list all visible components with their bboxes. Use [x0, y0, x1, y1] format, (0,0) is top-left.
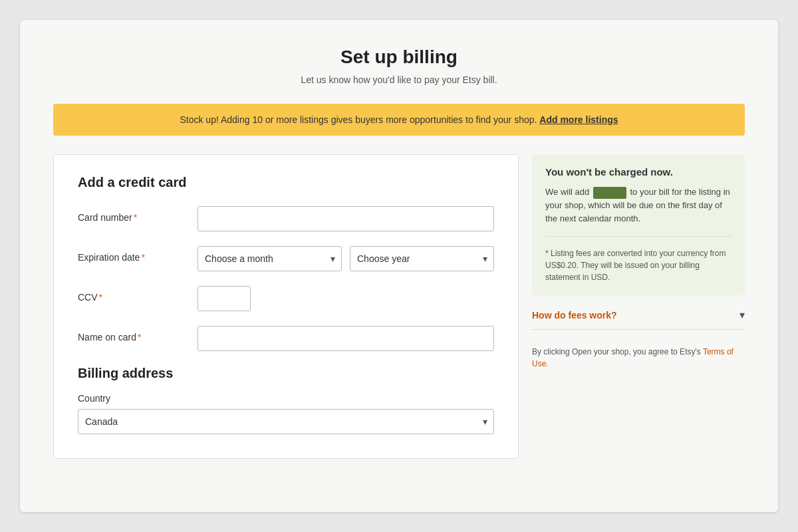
name-on-card-input[interactable] [198, 326, 494, 351]
month-select-wrapper: Choose a month January February March Ap… [198, 246, 342, 271]
listing-fees-text: * Listing fees are converted into your c… [545, 247, 732, 283]
page-title: Set up billing [53, 47, 745, 68]
name-row: Name on card* [78, 326, 494, 351]
banner: Stock up! Adding 10 or more listings giv… [53, 104, 745, 136]
expiration-row: Expiration date* Choose a month January … [78, 246, 494, 271]
info-box-text: We will add to your bill for the listing… [545, 186, 732, 225]
main-card: Add a credit card Card number* Expiratio… [53, 154, 519, 459]
country-label: Country [78, 393, 494, 404]
card-number-input[interactable] [198, 206, 494, 231]
country-select-wrapper: Canada United States United Kingdom Aust… [78, 409, 494, 434]
card-number-label: Card number* [78, 206, 198, 223]
fees-chevron-icon: ▾ [739, 309, 745, 321]
terms-text: By clicking Open your shop, you agree to… [532, 339, 745, 370]
fees-row: How do fees work? ▾ [532, 309, 745, 321]
year-select[interactable]: Choose year 2024 2025 2026 2027 2028 202… [350, 246, 494, 271]
ccv-input[interactable] [198, 286, 251, 311]
name-label: Name on card* [78, 326, 198, 342]
info-box: You won't be charged now. We will add to… [532, 154, 745, 295]
year-select-wrapper: Choose year 2024 2025 2026 2027 2028 202… [350, 246, 494, 271]
billing-address-title: Billing address [78, 366, 494, 381]
ccv-row: CCV* [78, 286, 494, 311]
content-row: Add a credit card Card number* Expiratio… [53, 154, 745, 459]
sidebar: You won't be charged now. We will add to… [532, 154, 745, 370]
ccv-label: CCV* [78, 286, 198, 303]
month-select[interactable]: Choose a month January February March Ap… [198, 246, 342, 271]
banner-link[interactable]: Add more listings [539, 114, 618, 125]
expiration-label: Expiration date* [78, 246, 198, 263]
info-box-title: You won't be charged now. [545, 166, 732, 178]
banner-text: Stock up! Adding 10 or more listings giv… [180, 114, 537, 125]
fees-section: How do fees work? ▾ [532, 309, 745, 330]
fees-link[interactable]: How do fees work? [532, 310, 617, 321]
expiry-dropdowns: Choose a month January February March Ap… [198, 246, 494, 271]
redacted-amount [593, 187, 626, 199]
card-number-row: Card number* [78, 206, 494, 231]
divider [545, 236, 732, 237]
page-subtitle: Let us know how you'd like to pay your E… [53, 74, 745, 85]
country-select[interactable]: Canada United States United Kingdom Aust… [78, 409, 494, 434]
page-container: Set up billing Let us know how you'd lik… [20, 20, 778, 512]
credit-card-title: Add a credit card [78, 175, 494, 190]
